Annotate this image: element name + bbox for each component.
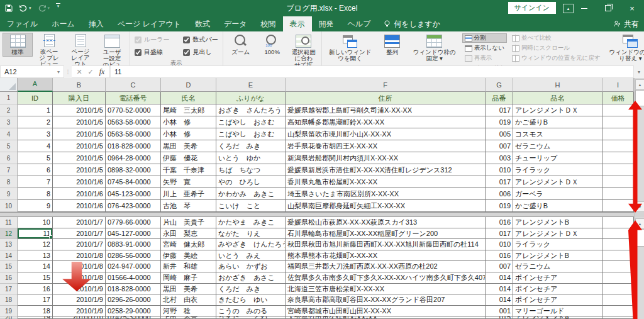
tab-挿入[interactable]: 挿入 — [82, 16, 111, 31]
cell-D3[interactable]: 小林 修 — [161, 116, 216, 128]
cell-B7[interactable]: 2010/1/5 — [53, 164, 106, 176]
cell-D5[interactable]: 黒田 美希 — [161, 140, 216, 152]
cell-I1[interactable]: 価格 — [602, 92, 634, 104]
cell-A13[interactable]: 12 — [18, 239, 53, 250]
cell-I3[interactable] — [602, 116, 634, 128]
column-header-A[interactable]: A — [18, 78, 53, 92]
cell-F17[interactable]: 北海道三笠市唐松栄町X-XX-XX — [286, 284, 486, 295]
cell-C1[interactable]: 電話番号 — [106, 92, 161, 104]
cell-I19[interactable] — [602, 306, 634, 317]
cell-A17[interactable]: 16 — [18, 284, 53, 295]
cell-I14[interactable] — [602, 250, 634, 262]
cell-I10[interactable] — [602, 200, 634, 212]
formula-input[interactable]: 11 — [110, 65, 634, 78]
cell-A16[interactable]: 15 — [18, 272, 53, 284]
ribbon-button-ページ レイアウト[interactable]: ページ レイアウト — [65, 33, 96, 69]
sign-in-button[interactable]: サインイン — [508, 2, 556, 14]
cell-E2[interactable]: おざき さんたろう — [216, 104, 286, 116]
cell-H7[interactable]: ライラック — [513, 164, 602, 176]
checkbox-input[interactable] — [183, 49, 190, 56]
cell-D15[interactable]: 新井 和雄 — [161, 261, 216, 272]
checkbox-見出し[interactable]: 見出し — [183, 48, 218, 57]
cell-F9[interactable]: 埼玉県さいたま市南区別所X-XX-XX — [286, 188, 486, 200]
column-header-B[interactable]: B — [53, 78, 106, 92]
cell-A18[interactable]: 17 — [18, 294, 53, 306]
cell-H15[interactable]: ゼラニウム — [513, 261, 602, 272]
cell-G15[interactable]: 007 — [486, 261, 513, 272]
cell-F11[interactable]: 愛媛県松山市萩原X-XX-XX萩原スカイ313 — [286, 217, 486, 228]
cell-F20[interactable]: 大分県竹田市久住町X-XX-XX — [286, 316, 486, 319]
cell-G6[interactable]: 003 — [486, 152, 513, 164]
cell-E5[interactable]: くろだ みき — [216, 140, 286, 152]
cell-G8[interactable]: 017 — [486, 176, 513, 188]
tab-ファイル[interactable]: ファイル — [0, 16, 45, 31]
tab-ホーム[interactable]: ホーム — [45, 16, 82, 31]
cell-C12[interactable]: 045-127-0000 — [106, 228, 161, 240]
cell-B9[interactable]: 2010/1/6 — [53, 188, 106, 200]
cell-A15[interactable]: 14 — [18, 261, 53, 272]
cell-F2[interactable]: 愛媛県越智郡上島町弓削久司浦X-XX-XX — [286, 104, 486, 116]
cell-D1[interactable]: 氏名 — [161, 92, 216, 104]
cell-E8[interactable]: やの ひろし — [216, 176, 286, 188]
cell-E4[interactable]: こばやし おさむ — [216, 128, 286, 140]
ribbon-button-分割[interactable]: 分割 — [462, 33, 507, 43]
column-header-F[interactable]: F — [286, 78, 486, 92]
cell-C13[interactable]: 0883-91-0000 — [106, 239, 161, 250]
cell-B1[interactable]: 購入日 — [53, 92, 106, 104]
column-header-D[interactable]: D — [161, 78, 216, 92]
tab-ヘルプ[interactable]: ヘルプ — [341, 16, 378, 31]
cell-F16[interactable]: 佐賀県多久市南多久町下多久X-XX-XXハイツ南多久町下多久407 — [286, 272, 486, 284]
cell-C15[interactable]: 024-947-0000 — [106, 261, 161, 272]
cell-G2[interactable]: 017 — [486, 104, 513, 116]
cell-E18[interactable]: きたむら ゆい — [216, 294, 286, 306]
customize-quick-access-icon[interactable]: ▾ — [56, 3, 60, 13]
cell-H3[interactable]: かご盛りB — [513, 116, 602, 128]
cell-F5[interactable]: 岩手県花巻市胡四王X-XX-XX — [286, 140, 486, 152]
cell-D12[interactable]: 永田 梨恵 — [161, 228, 216, 240]
cell-E6[interactable]: いとう ゆか — [216, 152, 286, 164]
ribbon-button-表示しない[interactable]: 表示しない — [462, 43, 507, 53]
ribbon-button-並べて比較[interactable]: 並べて比較 — [509, 33, 603, 43]
cell-G18[interactable]: 014 — [486, 294, 513, 306]
cell-C4[interactable]: 0563-58-0000 — [106, 128, 161, 140]
cell-E17[interactable]: くろだ みき — [216, 284, 286, 295]
cell-I2[interactable] — [602, 104, 634, 116]
cell-I5[interactable] — [602, 140, 634, 152]
cell-A8[interactable]: 7 — [18, 176, 53, 188]
cell-H9[interactable]: ガーベラ — [513, 188, 602, 200]
row-header-20[interactable]: 20 — [0, 316, 18, 319]
cell-C18[interactable]: 0296-26-0000 — [106, 294, 161, 306]
row-header-1[interactable]: 1 — [0, 92, 18, 104]
cell-D6[interactable]: 伊藤 優花 — [161, 152, 216, 164]
cell-D11[interactable]: 片山 美貴子 — [161, 217, 216, 228]
column-header-C[interactable]: C — [106, 78, 161, 92]
enter-formula-icon[interactable]: ✓ — [86, 68, 96, 76]
row-header-17[interactable]: 17 — [0, 284, 18, 295]
cell-I15[interactable] — [602, 261, 634, 272]
name-box[interactable]: A12 ▾ — [0, 65, 64, 78]
cell-I9[interactable] — [602, 188, 634, 200]
row-header-4[interactable]: 4 — [0, 128, 18, 140]
row-header-7[interactable]: 7 — [0, 164, 18, 176]
cell-G13[interactable]: 010 — [486, 239, 513, 250]
row-header-16[interactable]: 16 — [0, 272, 18, 284]
close-button[interactable]: × — [620, 0, 644, 16]
cell-C14[interactable]: 0286-56-0000 — [106, 250, 161, 262]
cell-G12[interactable]: 017 — [486, 228, 513, 240]
cell-F15[interactable]: 福岡県三井郡大刀洗町西原X-XX-XX西原の杜202 — [286, 261, 486, 272]
tab-表示[interactable]: 表示 — [283, 16, 312, 31]
cell-G4[interactable]: 005 — [486, 128, 513, 140]
cell-B20[interactable]: 2010/1/10 — [53, 316, 106, 319]
cell-F10[interactable]: 山梨県南巨摩郡身延町矢細工X-XX-XX — [286, 200, 486, 212]
checkbox-input[interactable] — [183, 36, 190, 43]
cell-I11[interactable] — [602, 217, 634, 228]
cell-H14[interactable]: アレンジメントB — [513, 250, 602, 262]
cell-B18[interactable]: 2010/1/9 — [53, 294, 106, 306]
cell-B6[interactable]: 2010/1/5 — [53, 152, 106, 164]
cell-D2[interactable]: 尾崎 三太郎 — [161, 104, 216, 116]
cell-D9[interactable]: 川上 亜希子 — [161, 188, 216, 200]
cell-H13[interactable]: ライラック — [513, 239, 602, 250]
expand-formula-bar-icon[interactable]: ▾ — [634, 65, 644, 78]
cell-D10[interactable]: 古池 琴 — [161, 200, 216, 212]
cell-G3[interactable]: 019 — [486, 116, 513, 128]
